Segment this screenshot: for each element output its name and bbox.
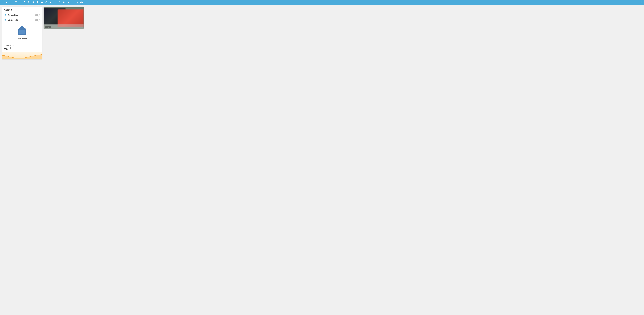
scissors-icon[interactable]: [27, 1, 31, 4]
garage-nav-icon[interactable]: [40, 0, 44, 4]
garage-door-label: Garage Door: [17, 38, 27, 40]
garage-title-section: Garage Garage Light Interior Light: [2, 7, 42, 23]
list-icon[interactable]: [71, 1, 74, 4]
svg-point-0: [6, 2, 7, 2]
temperature-section: Temperature 95.7°F: [2, 42, 42, 50]
bike-icon[interactable]: [44, 1, 48, 4]
book-icon[interactable]: [23, 1, 26, 4]
shield-icon[interactable]: [58, 1, 62, 4]
temperature-chart: [2, 52, 42, 59]
svg-rect-8: [19, 2, 21, 3]
temperature-value: 95.7°F: [4, 47, 40, 50]
svg-point-17: [68, 2, 69, 3]
garage-light-label: Garage Light: [8, 14, 34, 16]
garage-light-toggle-knob: [38, 14, 40, 16]
camera-label: Garage: [44, 26, 51, 28]
more-menu-icon[interactable]: ⋮: [640, 1, 643, 4]
wrench-icon[interactable]: [32, 1, 35, 4]
svg-marker-16: [50, 2, 52, 3]
temperature-unit: °F: [10, 47, 11, 49]
gear-icon[interactable]: [80, 1, 83, 4]
interior-light-label: Interior Light: [8, 19, 34, 21]
svg-rect-30: [19, 31, 25, 33]
interior-light-icon: [4, 18, 6, 22]
svg-point-1: [8, 2, 8, 2]
svg-point-9: [28, 2, 29, 2]
svg-point-14: [46, 2, 46, 3]
svg-marker-24: [78, 2, 78, 3]
svg-rect-31: [19, 33, 25, 34]
svg-point-10: [28, 2, 29, 3]
play-icon[interactable]: [49, 1, 52, 4]
settings2-icon[interactable]: [66, 1, 70, 4]
garage-door-section[interactable]: Garage Door: [2, 23, 42, 42]
garage-title: Garage: [2, 7, 42, 12]
home-icon[interactable]: ⌂: [1, 1, 4, 4]
svg-marker-27: [18, 26, 27, 30]
garage-door-icon: [17, 25, 27, 36]
svg-rect-25: [76, 2, 78, 3]
camera-widget[interactable]: Garage: [44, 7, 84, 29]
svg-rect-5: [15, 2, 17, 3]
interior-light-toggle[interactable]: [35, 19, 40, 22]
topbar: ⌂: [0, 0, 644, 5]
location-icon[interactable]: [62, 1, 66, 4]
tools-icon[interactable]: [10, 1, 13, 4]
bed-icon[interactable]: [14, 1, 18, 4]
camera-feed: [44, 7, 84, 29]
video-icon[interactable]: [75, 1, 79, 4]
temperature-title: Temperature: [4, 44, 38, 46]
people-icon[interactable]: [5, 1, 9, 4]
main-content: Garage Garage Light Interior Light: [0, 5, 644, 62]
couch-icon[interactable]: [18, 1, 22, 4]
svg-line-13: [28, 2, 29, 2]
svg-point-15: [47, 2, 47, 3]
svg-line-12: [29, 2, 30, 3]
garage-light-toggle[interactable]: [35, 14, 40, 16]
pin-icon[interactable]: [36, 1, 40, 4]
svg-rect-29: [19, 30, 25, 31]
garage-panel: Garage Garage Light Interior Light: [2, 7, 42, 59]
garage-light-row: Garage Light: [2, 12, 42, 18]
thermometer-icon: [38, 44, 40, 46]
arrow-icon[interactable]: [54, 1, 57, 4]
garage-light-icon: [4, 14, 6, 16]
interior-light-row: Interior Light: [2, 18, 42, 22]
interior-light-toggle-knob: [38, 19, 40, 21]
svg-point-26: [81, 2, 82, 3]
